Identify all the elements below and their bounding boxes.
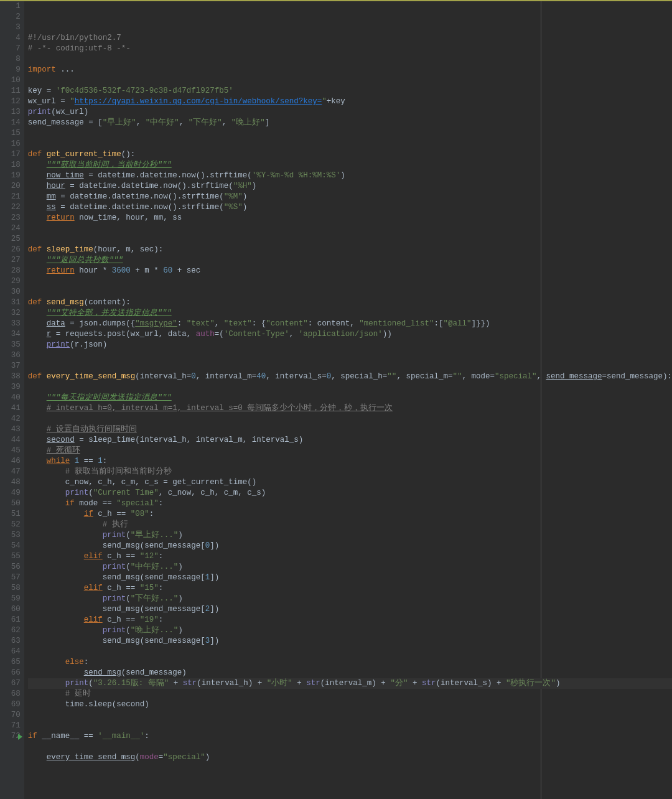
line-number[interactable]: 11 bbox=[0, 86, 21, 96]
line-number[interactable]: 49 bbox=[0, 488, 21, 498]
line-number[interactable]: 57 bbox=[0, 572, 21, 583]
line-number[interactable]: 26 bbox=[0, 245, 21, 255]
code-line[interactable]: ss = datetime.datetime.now().strftime("%… bbox=[28, 202, 672, 213]
line-number[interactable]: 37 bbox=[0, 361, 21, 371]
line-number[interactable]: 68 bbox=[0, 689, 21, 699]
line-number[interactable]: 34 bbox=[0, 329, 21, 340]
line-number[interactable]: 19 bbox=[0, 171, 21, 181]
run-gutter-icon[interactable] bbox=[18, 734, 22, 740]
line-number[interactable]: 13 bbox=[0, 107, 21, 118]
line-number[interactable]: 29 bbox=[0, 276, 21, 287]
line-number[interactable]: 8 bbox=[0, 54, 21, 65]
line-number[interactable]: 27 bbox=[0, 255, 21, 266]
code-line[interactable]: print("Current Time", c_now, c_h, c_m, c… bbox=[28, 488, 672, 498]
code-line[interactable]: print("3.26.15版: 每隔" + str(interval_h) +… bbox=[28, 678, 672, 689]
line-number[interactable]: 35 bbox=[0, 340, 21, 350]
line-number[interactable]: 64 bbox=[0, 647, 21, 657]
line-number[interactable]: 40 bbox=[0, 393, 21, 403]
line-number[interactable]: 7 bbox=[0, 44, 21, 54]
line-number[interactable]: 71 bbox=[0, 721, 21, 731]
code-line[interactable] bbox=[28, 763, 672, 773]
line-number[interactable]: 59 bbox=[0, 594, 21, 604]
code-line[interactable]: #!/usr/bin/python2.7 bbox=[28, 33, 672, 44]
code-line[interactable]: return now_time, hour, mm, ss bbox=[28, 213, 672, 223]
line-number[interactable]: 24 bbox=[0, 223, 21, 234]
code-line[interactable] bbox=[28, 350, 672, 361]
line-number[interactable]: 21 bbox=[0, 192, 21, 202]
line-number-gutter[interactable]: 1234789101112131415161718192021222324252… bbox=[0, 1, 24, 799]
line-number[interactable]: 32 bbox=[0, 308, 21, 319]
line-number[interactable]: 52 bbox=[0, 520, 21, 530]
code-line[interactable]: send_msg(send_message[2]) bbox=[28, 604, 672, 615]
line-number[interactable]: 36 bbox=[0, 350, 21, 361]
line-number[interactable]: 63 bbox=[0, 636, 21, 647]
code-editor[interactable]: 1234789101112131415161718192021222324252… bbox=[0, 0, 672, 799]
code-line[interactable]: send_msg(send_message[0]) bbox=[28, 541, 672, 551]
line-number[interactable]: 18 bbox=[0, 160, 21, 171]
code-line[interactable]: print(r.json) bbox=[28, 340, 672, 350]
line-number[interactable]: 20 bbox=[0, 181, 21, 192]
code-line[interactable]: # 延时 bbox=[28, 689, 672, 699]
code-line[interactable]: return hour * 3600 + m * 60 + sec bbox=[28, 266, 672, 276]
code-line[interactable]: def sleep_time(hour, m, sec): bbox=[28, 245, 672, 255]
code-content[interactable]: #!/usr/bin/python2.7# -*- coding:utf-8 -… bbox=[24, 1, 672, 799]
line-number[interactable]: 25 bbox=[0, 234, 21, 245]
code-line[interactable]: elif c_h == "12": bbox=[28, 551, 672, 562]
line-number[interactable]: 61 bbox=[0, 615, 21, 625]
code-line[interactable]: print("中午好...") bbox=[28, 562, 672, 572]
line-number[interactable]: 44 bbox=[0, 435, 21, 446]
line-number[interactable]: 23 bbox=[0, 213, 21, 223]
code-line[interactable]: elif c_h == "19": bbox=[28, 615, 672, 625]
code-line[interactable] bbox=[28, 721, 672, 731]
line-number[interactable]: 33 bbox=[0, 319, 21, 329]
line-number[interactable]: 48 bbox=[0, 477, 21, 488]
code-line[interactable] bbox=[28, 139, 672, 149]
line-number[interactable]: 10 bbox=[0, 75, 21, 86]
code-line[interactable]: """每天指定时间发送指定消息""" bbox=[28, 393, 672, 403]
code-line[interactable] bbox=[28, 710, 672, 721]
code-line[interactable]: """获取当前时间，当前时分秒""" bbox=[28, 160, 672, 171]
code-line[interactable]: wx_url = "https://qyapi.weixin.qq.com/cg… bbox=[28, 96, 672, 107]
line-number[interactable]: 67 bbox=[0, 678, 21, 689]
code-line[interactable]: print(wx_url) bbox=[28, 107, 672, 118]
code-line[interactable]: now_time = datetime.datetime.now().strft… bbox=[28, 171, 672, 181]
code-line[interactable]: key = 'f0c4d536-532f-4723-9c38-d47dfl927… bbox=[28, 86, 672, 96]
code-line[interactable]: import ... bbox=[28, 65, 672, 75]
code-line[interactable]: data = json.dumps({"msgtype": "text", "t… bbox=[28, 319, 672, 329]
line-number[interactable]: 56 bbox=[0, 562, 21, 572]
line-number[interactable]: 45 bbox=[0, 446, 21, 456]
code-line[interactable]: second = sleep_time(interval_h, interval… bbox=[28, 435, 672, 446]
line-number[interactable]: 17 bbox=[0, 149, 21, 160]
line-number[interactable]: 41 bbox=[0, 403, 21, 414]
code-line[interactable]: time.sleep(second) bbox=[28, 699, 672, 710]
code-line[interactable] bbox=[28, 287, 672, 297]
line-number[interactable]: 31 bbox=[0, 297, 21, 308]
code-line[interactable]: if __name__ == '__main__': bbox=[28, 731, 672, 742]
code-line[interactable]: # 死循环 bbox=[28, 446, 672, 456]
code-line[interactable]: # -*- coding:utf-8 -*- bbox=[28, 44, 672, 54]
line-number[interactable]: 70 bbox=[0, 710, 21, 721]
code-line[interactable]: # 执行 bbox=[28, 520, 672, 530]
code-line[interactable]: send_msg(send_message[1]) bbox=[28, 572, 672, 583]
code-line[interactable]: print("早上好...") bbox=[28, 530, 672, 541]
code-line[interactable]: if c_h == "08": bbox=[28, 509, 672, 520]
line-number[interactable]: 66 bbox=[0, 668, 21, 678]
code-line[interactable]: send_msg(send_message[3]) bbox=[28, 636, 672, 647]
line-number[interactable]: 28 bbox=[0, 266, 21, 276]
line-number[interactable]: 4 bbox=[0, 33, 21, 44]
code-line[interactable] bbox=[28, 234, 672, 245]
line-number[interactable]: 14 bbox=[0, 118, 21, 128]
code-line[interactable]: mm = datetime.datetime.now().strftime("%… bbox=[28, 192, 672, 202]
line-number[interactable]: 38 bbox=[0, 371, 21, 382]
line-number[interactable]: 22 bbox=[0, 202, 21, 213]
code-line[interactable] bbox=[28, 742, 672, 752]
line-number[interactable]: 65 bbox=[0, 657, 21, 668]
line-number[interactable]: 1 bbox=[0, 1, 21, 12]
code-line[interactable]: every_time_send_msg(mode="special") bbox=[28, 752, 672, 763]
code-line[interactable]: def every_time_send_msg(interval_h=0, in… bbox=[28, 371, 672, 382]
code-line[interactable]: if mode == "special": bbox=[28, 498, 672, 509]
code-line[interactable]: elif c_h == "15": bbox=[28, 583, 672, 594]
line-number[interactable]: 51 bbox=[0, 509, 21, 520]
code-line[interactable]: def send_msg(content): bbox=[28, 297, 672, 308]
line-number[interactable]: 60 bbox=[0, 604, 21, 615]
